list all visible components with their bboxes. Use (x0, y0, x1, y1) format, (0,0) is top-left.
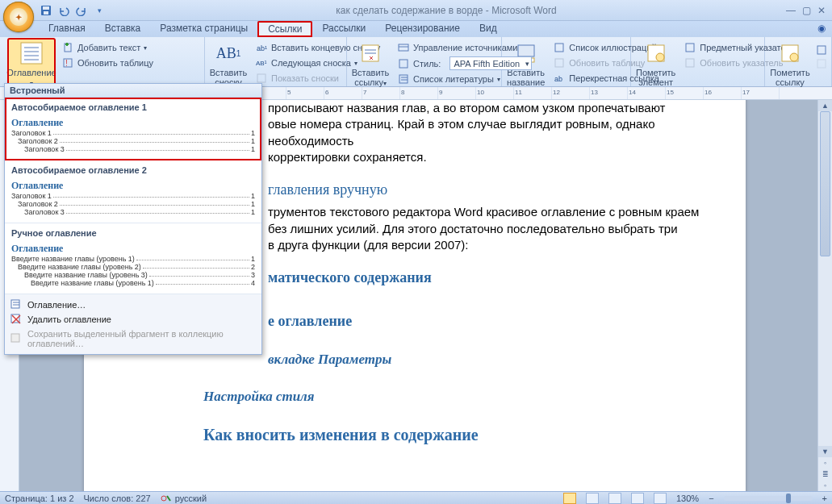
heading: Как вносить изменения в содержание (203, 426, 723, 444)
mark-entry-button[interactable]: Пометить элемент (634, 39, 677, 89)
zoom-percent[interactable]: 130% (676, 494, 699, 503)
svg-rect-22 (399, 75, 408, 83)
redo-icon[interactable] (74, 3, 89, 18)
toc-auto1-label: Автособираемое оглавление 1 (11, 102, 255, 112)
svg-rect-2 (44, 11, 48, 15)
ruler-number: 8 (401, 89, 404, 96)
next-page-icon[interactable]: ◦ (818, 480, 832, 491)
svg-text:ab: ab (554, 75, 562, 83)
scroll-down-arrow-icon[interactable]: ▼ (818, 446, 832, 457)
insert-toa-icon[interactable] (815, 44, 828, 56)
qat-customize-icon[interactable]: ▾ (92, 3, 107, 18)
body-line: без лишних усилий. Для этого достаточно … (268, 221, 723, 237)
body-line: трументов текстового редактора Word крас… (268, 204, 723, 220)
tab-view[interactable]: Вид (470, 21, 507, 37)
mark-entry-icon (643, 40, 669, 66)
toc-preview-row: Заголовок 31 (11, 145, 255, 153)
toc-manual-item[interactable]: Ручное оглавление Оглавление Введите наз… (5, 223, 261, 294)
zoom-slider-knob[interactable] (786, 494, 791, 503)
heading: матического содержания (268, 268, 723, 287)
citation-style-combo[interactable]: Стиль: APA Fifth Edition (394, 56, 535, 71)
mark-citation-button[interactable]: Пометить ссылку (768, 39, 812, 89)
update-toa-icon[interactable] (815, 57, 828, 70)
toc-preview-row: Заголовок 11 (11, 129, 255, 137)
style-select[interactable]: APA Fifth Edition (449, 56, 532, 70)
add-text-button[interactable]: Добавить текст ▾ (58, 40, 157, 55)
toc-gallery-popup: Встроенный Автособираемое оглавление 1 О… (4, 83, 262, 355)
ruler-number: 5 (287, 89, 291, 96)
insert-index-icon (684, 41, 696, 54)
svg-rect-38 (11, 300, 19, 308)
tab-references[interactable]: Ссылки (257, 21, 312, 37)
toc-save-icon (10, 332, 23, 345)
svg-rect-27 (555, 44, 563, 52)
view-outline-icon[interactable] (631, 493, 644, 504)
status-page[interactable]: Страница: 1 из 2 (5, 494, 74, 503)
view-draft-icon[interactable] (654, 493, 667, 504)
ruler-number: 7 (363, 89, 366, 96)
status-proof-icon[interactable]: русский (161, 493, 207, 504)
svg-rect-44 (11, 334, 19, 342)
help-icon[interactable]: ◉ (811, 21, 832, 37)
body-line: в друга функции (для версии 2007): (268, 237, 723, 253)
svg-rect-37 (817, 60, 826, 68)
prev-page-icon[interactable]: ◦ (818, 457, 832, 469)
tab-home[interactable]: Главная (39, 21, 95, 37)
add-text-icon (61, 41, 74, 54)
update-table-icon: ! (61, 56, 74, 69)
toc-auto2-item[interactable]: Автособираемое оглавление 2 Оглавление З… (5, 160, 261, 223)
next-footnote-icon: AB¹ (255, 56, 268, 69)
toc-icon (19, 40, 44, 66)
svg-text:AB¹: AB¹ (256, 60, 267, 67)
toc-insert-icon (10, 298, 23, 311)
svg-point-45 (161, 496, 166, 501)
ribbon: Оглавление ▾ Добавить текст ▾ ! Обновить… (0, 37, 832, 87)
zoom-slider[interactable] (724, 496, 813, 501)
vertical-scrollbar[interactable]: ▲ ▼ ◦ ≣ ◦ (817, 100, 832, 491)
update-toc-button[interactable]: ! Обновить таблицу (58, 56, 157, 70)
toc-remove-menu-item[interactable]: Удалить оглавление (5, 312, 261, 327)
toc-preview-row: Заголовок 31 (11, 208, 255, 216)
toc-remove-icon (10, 313, 23, 326)
toc-insert-menu-item[interactable]: Оглавление… (5, 298, 261, 312)
status-word-count[interactable]: Число слов: 227 (84, 494, 151, 503)
mark-citation-icon (777, 40, 803, 66)
save-icon[interactable] (39, 3, 53, 18)
body-line: прописывают названия глав, а во втором с… (268, 100, 723, 116)
svg-rect-25 (518, 45, 534, 56)
insert-footnote-button[interactable]: AB1 Вставить сноску (208, 39, 249, 89)
ruler-number: 12 (553, 89, 560, 96)
zoom-in-button[interactable]: + (822, 494, 827, 503)
svg-rect-21 (399, 60, 408, 68)
zoom-out-button[interactable]: − (709, 494, 713, 503)
close-button[interactable]: ✕ (817, 5, 826, 16)
scroll-thumb[interactable] (820, 111, 830, 256)
body-line: корректировки сохраняется. (268, 149, 723, 165)
toc-save-selection-menu-item: Сохранить выделенный фрагмент в коллекци… (5, 327, 261, 351)
update-captions-icon (553, 56, 566, 69)
tab-page-layout[interactable]: Разметка страницы (150, 21, 257, 37)
undo-icon[interactable] (56, 3, 71, 18)
browse-object-icon[interactable]: ≣ (818, 469, 832, 480)
tab-review[interactable]: Рецензирование (375, 21, 470, 37)
office-button[interactable]: ✦ (3, 2, 34, 32)
scroll-up-arrow-icon[interactable]: ▲ (818, 100, 832, 111)
tab-insert[interactable]: Вставка (95, 21, 151, 37)
ruler-number: 16 (704, 89, 712, 96)
heading: е оглавление (268, 311, 723, 331)
view-print-layout-icon[interactable] (563, 493, 576, 504)
insert-citation-button[interactable]: Вставить ссылку▾ (350, 39, 391, 90)
minimize-button[interactable]: — (786, 5, 796, 16)
status-bar: Страница: 1 из 2 Число слов: 227 русский… (0, 491, 832, 504)
view-web-layout-icon[interactable] (608, 493, 621, 504)
restore-button[interactable]: ▢ (802, 5, 811, 16)
ruler-number: 11 (515, 89, 522, 96)
svg-rect-28 (555, 59, 563, 67)
status-language[interactable]: русский (175, 494, 207, 503)
heading: главления вручную (268, 180, 723, 199)
tab-mailings[interactable]: Рассылки (312, 21, 375, 37)
view-full-screen-icon[interactable] (586, 493, 599, 504)
toc-auto1-item[interactable]: Автособираемое оглавление 1 Оглавление З… (5, 98, 261, 160)
ruler-number: 13 (591, 89, 598, 96)
toc-preview-row: Заголовок 21 (11, 200, 255, 208)
